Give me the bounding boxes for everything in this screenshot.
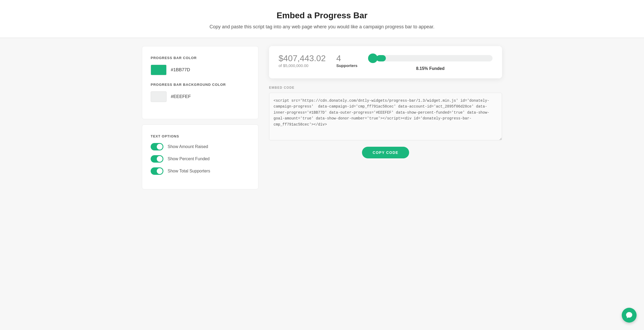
progress-bar-bg-hex: #EEEFEF [171,94,191,99]
progress-bar-bg-color-row: #EEEFEF [151,91,250,102]
toggle-supporters-row: Show Total Supporters [151,167,250,175]
toggle-amount-raised[interactable] [151,143,163,150]
supporters-label: Supporters [336,63,357,68]
toggle-percent-label: Show Percent Funded [168,157,209,161]
right-panel: $407,443.02 of $5,000,000.00 4 Supporter… [269,46,502,158]
toggle-amount-label: Show Amount Raised [168,144,208,149]
progress-bar-color-card: PROGRESS BAR COLOR #1BB77D PROGRESS BAR … [142,46,258,119]
progress-bar-color-swatch[interactable] [151,65,167,75]
chat-icon [625,311,633,319]
page-subtitle: Copy and paste this script tag into any … [5,24,639,30]
text-options-label: TEXT OPTIONS [151,134,250,138]
progress-bar-color-label: PROGRESS BAR COLOR [151,56,250,60]
amount-stat: $407,443.02 of $5,000,000.00 [279,53,326,68]
copy-code-button[interactable]: COPY CODE [362,147,409,158]
toggle-total-supporters[interactable] [151,167,163,175]
main-content: PROGRESS BAR COLOR #1BB77D PROGRESS BAR … [137,38,507,203]
preview-widget: $407,443.02 of $5,000,000.00 4 Supporter… [269,46,502,78]
left-panel: PROGRESS BAR COLOR #1BB77D PROGRESS BAR … [142,46,258,195]
supporters-stat: 4 Supporters [336,53,357,68]
progress-bar-color-hex: #1BB77D [171,67,190,73]
progress-bar-color-row: #1BB77D [151,65,250,75]
toggle-percent-funded[interactable] [151,155,163,163]
supporters-count: 4 [336,53,357,63]
progress-bar-bg-label: PROGRESS BAR BACKGROUND COLOR [151,83,250,87]
embed-code-label: EMBED CODE [269,86,502,90]
progress-dot [368,53,378,63]
page-header: Embed a Progress Bar Copy and paste this… [0,0,644,38]
copy-button-row: COPY CODE [269,147,502,158]
progress-section: 8.15% Funded [368,53,493,71]
progress-bar-container [368,53,493,63]
toggle-amount-row: Show Amount Raised [151,143,250,150]
toggle-supporters-label: Show Total Supporters [168,169,210,173]
widget-stats: $407,443.02 of $5,000,000.00 4 Supporter… [279,53,493,71]
amount-value: $407,443.02 [279,53,326,63]
embed-code-textarea[interactable]: <script src='https://cdn.donately.com/dn… [269,93,502,140]
progress-bar-bg-swatch[interactable] [151,91,167,102]
amount-sub: of $5,000,000.00 [279,63,326,68]
progress-track [376,55,493,61]
page-title: Embed a Progress Bar [5,11,639,20]
embed-section: EMBED CODE <script src='https://cdn.dona… [269,86,502,158]
progress-fill [376,55,386,61]
toggle-percent-row: Show Percent Funded [151,155,250,163]
progress-percent-label: 8.15% Funded [368,66,493,71]
text-options-card: TEXT OPTIONS Show Amount Raised Show Per… [142,124,258,189]
chat-bubble[interactable] [622,308,637,323]
